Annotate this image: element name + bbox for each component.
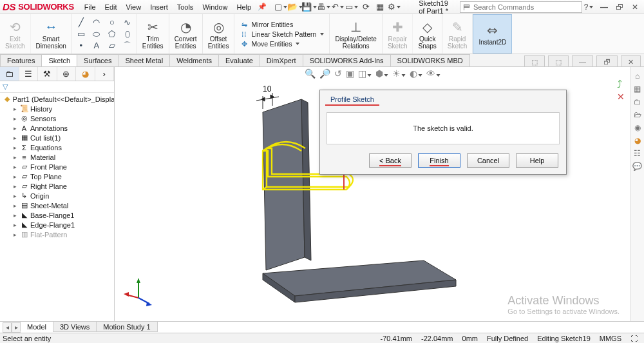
taskpane-view-icon[interactable]: ◉ [632,122,643,133]
options-icon[interactable]: ▦ [375,2,385,12]
fillet-tool[interactable]: ⌒ [122,41,133,50]
tree-twisty-icon[interactable]: ▸ [12,183,18,190]
slot-tool[interactable]: ⬭ [91,30,102,39]
taskpane-forum-icon[interactable]: 💬 [632,161,643,172]
tree-item-0[interactable]: ▸📜History [1,104,114,113]
tree-item-8[interactable]: ▸▱Right Plane [1,181,114,191]
move-entities-button[interactable]: ✥Move Entities [240,40,324,48]
display-delete-relations-button[interactable]: ⊥ Display/Delete Relations [330,14,382,54]
menu-window[interactable]: Window [198,2,231,12]
new-icon[interactable]: ▢ [276,2,286,12]
tree-item-2[interactable]: ▸AAnnotations [1,123,114,133]
bottom-tab-3dviews[interactable]: 3D Views [53,322,97,332]
line-tool[interactable]: ╱ [76,18,86,27]
status-custom-icon[interactable]: ⛶ [630,335,638,342]
panel-tab-feature-tree[interactable]: 🗀 [0,67,19,81]
save-icon[interactable]: 💾 [304,2,314,12]
tree-item-13[interactable]: ▸▥Flat-Pattern [1,230,114,239]
doc-prev-icon[interactable]: ⬚ [524,55,545,66]
menu-edit[interactable]: Edit [101,2,121,12]
point-tool[interactable]: • [76,41,86,50]
instant2d-button[interactable]: ⇔ Instant2D [473,14,512,54]
open-icon[interactable]: 📂 [290,2,300,12]
tree-item-3[interactable]: ▸▦Cut list(1) [1,133,114,142]
minimize-button[interactable]: — [598,2,611,12]
print-icon[interactable]: 🖶 [318,2,328,12]
panel-tab-dim[interactable]: ⊕ [57,67,77,81]
tree-twisty-icon[interactable]: ▸ [12,173,18,180]
smart-dimension-button[interactable]: ↔ Smart Dimension [31,14,72,54]
tree-item-4[interactable]: ▸ΣEquations [1,142,114,152]
doc-close-icon[interactable]: ✕ [621,55,641,66]
tree-twisty-icon[interactable]: ▸ [12,125,18,132]
menu-view[interactable]: View [122,2,146,12]
menu-tools[interactable]: Tools [173,2,198,12]
tree-item-7[interactable]: ▸▱Top Plane [1,172,114,181]
tab-scroll-left[interactable]: ◂ [3,322,12,333]
trim-entities-button[interactable]: ✂ Trim Entities [137,14,169,54]
taskpane-resources-icon[interactable]: ▦ [632,84,643,94]
search-commands[interactable]: ⛿ [460,1,582,13]
arc-tool[interactable]: ◠ [91,18,102,27]
rectangle-tool[interactable]: ▭ [76,30,86,39]
plane-tool[interactable]: ▱ [107,41,117,50]
repair-sketch-button[interactable]: ✚ Repair Sketch [383,14,413,54]
bottom-tab-model[interactable]: Model [20,322,53,332]
panel-tab-expand[interactable]: › [95,67,115,81]
ellipse-tool[interactable]: ⬯ [122,30,133,39]
tree-item-12[interactable]: ▸◣Edge-Flange1 [1,220,114,230]
menu-file[interactable]: File [80,2,100,12]
tree-item-6[interactable]: ▸▱Front Plane [1,162,114,172]
doc-max-icon[interactable]: 🗗 [596,55,618,66]
back-button[interactable]: < Back [369,153,412,168]
restore-button[interactable]: 🗗 [613,2,626,12]
spline-tool[interactable]: ∿ [122,18,133,27]
tree-twisty-icon[interactable]: ▸ [12,154,18,161]
exit-sketch-button[interactable]: ⟲ Exit Sketch [0,14,31,54]
finish-button[interactable]: Finish [418,153,460,168]
menu-help[interactable]: Help [233,2,256,12]
taskpane-home-icon[interactable]: ⌂ [632,71,643,81]
tree-twisty-icon[interactable]: ▸ [12,115,18,122]
undo-icon[interactable]: ↶ [332,2,343,12]
tree-root[interactable]: ◆ Part1 (Default<<Default>_Display State [1,94,114,104]
tree-twisty-icon[interactable]: ▸ [12,164,18,170]
search-input[interactable] [472,3,582,12]
close-button[interactable]: ✕ [629,2,641,12]
taskpane-custom-icon[interactable]: ☷ [632,148,643,159]
tree-item-10[interactable]: ▸▤Sheet-Metal [1,201,114,210]
panel-tab-display[interactable]: ◕ [76,67,95,81]
tree-filter-icon[interactable]: ▽ [0,81,114,93]
quick-snaps-button[interactable]: ◇ Quick Snaps [413,14,442,54]
tree-item-1[interactable]: ▸◎Sensors [1,113,114,123]
menu-insert[interactable]: Insert [146,2,172,12]
pin-icon[interactable]: 📌 [258,3,267,11]
tree-twisty-icon[interactable]: ▸ [12,212,18,219]
tree-twisty-icon[interactable]: ▸ [12,231,18,238]
tab-surfaces[interactable]: Surfaces [77,54,118,66]
tree-item-5[interactable]: ▸≡Material [1,152,114,162]
rapid-sketch-button[interactable]: ✎ Rapid Sketch [442,14,473,54]
bottom-tab-motion[interactable]: Motion Study 1 [96,322,157,332]
polygon-tool[interactable]: ⬠ [107,30,117,39]
mirror-entities-button[interactable]: ⇋Mirror Entities [240,21,324,28]
taskpane-library-icon[interactable]: 🗀 [632,97,643,107]
tree-twisty-icon[interactable]: ▸ [12,135,18,141]
doc-min-icon[interactable]: — [572,55,593,66]
panel-tab-property[interactable]: ☰ [19,67,39,81]
rebuild-icon[interactable]: ⟳ [361,2,371,12]
tab-sketch[interactable]: Sketch [41,54,77,66]
taskpane-explorer-icon[interactable]: 🗁 [632,110,643,120]
tree-twisty-icon[interactable]: ▸ [12,144,18,151]
taskpane-appearances-icon[interactable]: ◕ [632,135,643,146]
help-icon[interactable]: ? [582,2,595,12]
circle-tool[interactable]: ○ [107,18,117,27]
doc-next-icon[interactable]: ⬚ [548,55,569,66]
help-button[interactable]: Help [516,153,558,168]
convert-entities-button[interactable]: ◔ Convert Entities [169,14,203,54]
tab-scroll-right[interactable]: ▸ [12,322,21,333]
tree-item-11[interactable]: ▸◣Base-Flange1 [1,210,114,220]
confirm-sketch-icon[interactable]: ⤴ [617,79,625,90]
tree-twisty-icon[interactable]: ▸ [12,222,18,228]
text-tool[interactable]: A [91,41,102,50]
